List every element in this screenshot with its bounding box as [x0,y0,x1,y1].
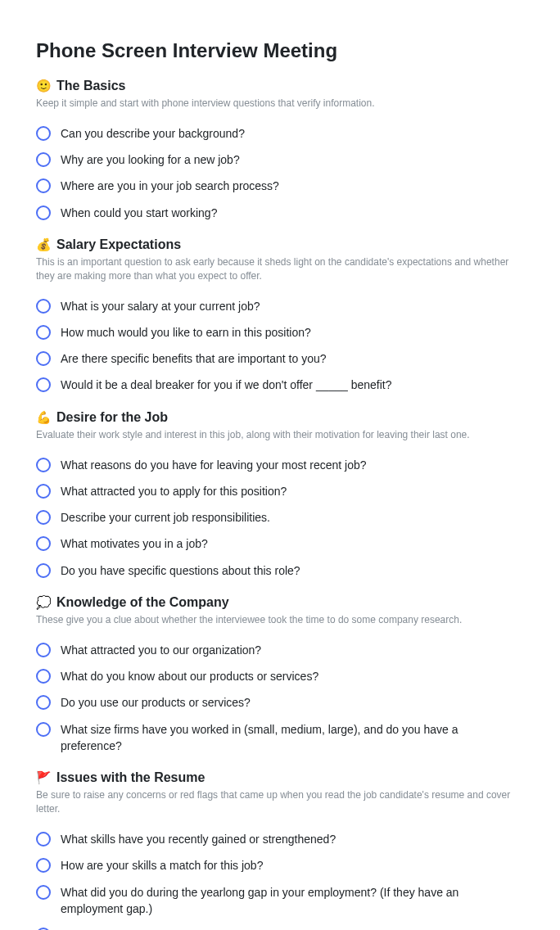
checkbox-circle[interactable] [36,205,51,220]
section: 💪Desire for the JobEvaluate their work s… [36,410,524,584]
section-heading-text: Issues with the Resume [56,770,205,785]
checkbox-circle[interactable] [36,510,51,525]
question-text: What attracted you to apply for this pos… [61,483,287,499]
checkbox-circle[interactable] [36,126,51,141]
checkbox-circle[interactable] [36,377,51,392]
question-list: What attracted you to our organization?W… [36,637,524,759]
section-emoji-icon: 🙂 [36,79,52,93]
checkbox-circle[interactable] [36,832,51,846]
checkbox-circle[interactable] [36,695,51,710]
list-item: Do you have specific questions about thi… [36,558,524,584]
list-item: Are there specific benefits that are imp… [36,345,524,372]
checkbox-circle[interactable] [36,325,51,340]
question-text: Do you use our products or services? [61,694,251,711]
question-text: What size firms have you worked in (smal… [61,721,495,755]
question-text: How are your skills a match for this job… [61,857,263,874]
question-text: Do you have specific questions about thi… [61,562,300,579]
question-text: Why are you looking for a new job? [61,151,240,168]
section: 🙂The BasicsKeep it simple and start with… [36,79,524,226]
question-text: Describe your current job responsibiliti… [61,509,270,526]
list-item: What skills have you recently gained or … [36,826,524,852]
question-text: What motivates you in a job? [61,535,208,552]
list-item: When could you start working? [36,200,524,226]
page-title: Phone Screen Interview Meeting [36,39,524,62]
checkbox-circle[interactable] [36,484,51,499]
list-item: How are your skills a match for this job… [36,852,524,878]
question-text: When could you start working? [61,205,217,221]
list-item: What motivates you in a job? [36,530,524,557]
section-emoji-icon: 💭 [36,595,52,610]
checkbox-circle[interactable] [36,669,51,684]
question-text: Would it be a deal breaker for you if we… [61,377,392,393]
list-item: What attracted you to apply for this pos… [36,478,524,504]
list-item: What attracted you to our organization? [36,637,524,663]
list-item: What do you know about our products or s… [36,663,524,689]
question-text: What attracted you to our organization? [61,642,261,658]
checkbox-circle[interactable] [36,536,51,551]
list-item: What size firms have you worked in (smal… [36,716,524,760]
list-item: Would it be a deal breaker for you if we… [36,372,524,398]
list-item: Why are you looking for a new job? [36,147,524,173]
question-text: Did your internship at _____ give you sp… [61,927,495,930]
question-text: How much would you like to earn in this … [61,324,311,341]
question-text: What skills have you recently gained or … [61,831,336,847]
question-list: What skills have you recently gained or … [36,826,524,930]
checkbox-circle[interactable] [36,178,51,193]
section-heading: 💭Knowledge of the Company [36,595,524,610]
list-item: Describe your current job responsibiliti… [36,504,524,530]
checkbox-circle[interactable] [36,643,51,657]
question-list: What is your salary at your current job?… [36,293,524,399]
section-heading: 🙂The Basics [36,79,524,93]
checkbox-circle[interactable] [36,351,51,366]
list-item: What is your salary at your current job? [36,293,524,319]
question-text: Can you describe your background? [61,125,245,142]
question-list: What reasons do you have for leaving you… [36,452,524,584]
list-item: How much would you like to earn in this … [36,319,524,345]
checkbox-circle[interactable] [36,858,51,873]
section-emoji-icon: 🚩 [36,770,52,785]
question-text: What reasons do you have for leaving you… [61,457,367,473]
list-item: Do you use our products or services? [36,689,524,716]
question-text: What did you do during the yearlong gap … [61,884,495,918]
list-item: Can you describe your background? [36,120,524,147]
section-description: This is an important question to ask ear… [36,255,524,283]
checkbox-circle[interactable] [36,722,51,737]
section-heading-text: The Basics [56,79,125,93]
question-text: Are there specific benefits that are imp… [61,350,327,367]
checkbox-circle[interactable] [36,885,51,900]
question-text: Where are you in your job search process… [61,178,279,194]
section-emoji-icon: 💰 [36,237,52,252]
section-heading: 💪Desire for the Job [36,410,524,425]
question-text: What is your salary at your current job? [61,298,260,314]
section-description: Keep it simple and start with phone inte… [36,97,524,111]
section-heading: 🚩Issues with the Resume [36,770,524,785]
list-item: Where are you in your job search process… [36,173,524,199]
section: 💭Knowledge of the CompanyThese give you … [36,595,524,759]
section-emoji-icon: 💪 [36,410,52,425]
section-heading-text: Desire for the Job [56,410,168,425]
checkbox-circle[interactable] [36,563,51,578]
section-description: Be sure to raise any concerns or red fla… [36,788,524,816]
question-text: What do you know about our products or s… [61,668,318,684]
checkbox-circle[interactable] [36,458,51,472]
list-item: What reasons do you have for leaving you… [36,452,524,478]
question-list: Can you describe your background?Why are… [36,120,524,226]
list-item: Did your internship at _____ give you sp… [36,922,524,930]
section-heading-text: Salary Expectations [56,237,181,252]
checkbox-circle[interactable] [36,299,51,314]
list-item: What did you do during the yearlong gap … [36,879,524,923]
section: 🚩Issues with the ResumeBe sure to raise … [36,770,524,930]
sections-container: 🙂The BasicsKeep it simple and start with… [36,79,524,930]
section-heading: 💰Salary Expectations [36,237,524,252]
section-heading-text: Knowledge of the Company [56,595,229,610]
section-description: Evaluate their work style and interest i… [36,428,524,442]
section-description: These give you a clue about whether the … [36,613,524,627]
section: 💰Salary ExpectationsThis is an important… [36,237,524,399]
checkbox-circle[interactable] [36,152,51,167]
